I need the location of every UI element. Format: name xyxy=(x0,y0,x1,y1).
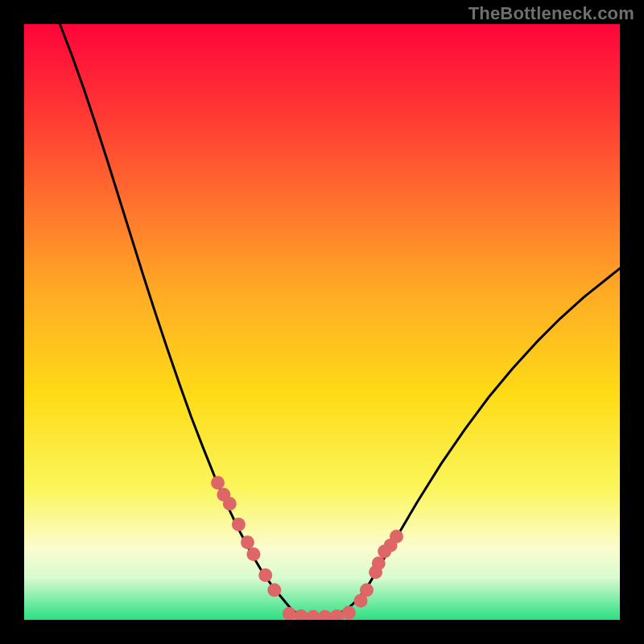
data-marker xyxy=(267,584,281,597)
data-marker xyxy=(342,606,356,620)
watermark-text: TheBottleneck.com xyxy=(469,3,634,24)
data-marker xyxy=(258,568,272,582)
data-marker xyxy=(372,556,386,570)
data-marker xyxy=(360,584,374,597)
chart-plot xyxy=(24,24,620,620)
data-marker xyxy=(246,547,260,561)
data-marker xyxy=(223,497,237,510)
gradient-background xyxy=(24,24,620,620)
data-marker xyxy=(232,518,246,531)
data-marker xyxy=(211,476,225,489)
chart-container: TheBottleneck.com xyxy=(0,0,644,644)
data-marker xyxy=(390,530,403,543)
data-marker xyxy=(241,535,254,549)
